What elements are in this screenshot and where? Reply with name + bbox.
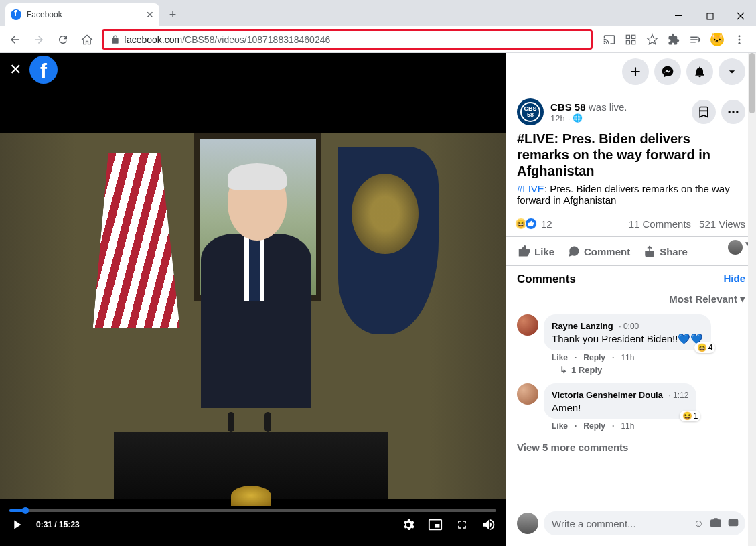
post-menu-button[interactable] bbox=[721, 100, 745, 124]
post-action-bar: Like Comment Share ▼ bbox=[506, 237, 756, 266]
close-tab-icon[interactable]: ✕ bbox=[146, 9, 154, 20]
notifications-button[interactable] bbox=[686, 58, 713, 85]
create-button[interactable] bbox=[622, 58, 649, 85]
like-button[interactable]: Like bbox=[512, 240, 561, 263]
comment-button[interactable]: Comment bbox=[561, 240, 637, 263]
share-button[interactable]: Share bbox=[637, 240, 694, 263]
messenger-button[interactable] bbox=[654, 58, 681, 85]
facebook-logo[interactable] bbox=[29, 56, 58, 84]
view-more-comments-link[interactable]: View 5 more comments bbox=[506, 436, 756, 458]
comment-sort-dropdown[interactable]: Most Relevant ▾ bbox=[506, 290, 756, 312]
emoji-icon[interactable]: ☺ bbox=[694, 517, 704, 530]
post-timestamp[interactable]: 12h · 🌐 bbox=[550, 113, 685, 123]
comment-like-link[interactable]: Like bbox=[552, 421, 568, 431]
cast-icon[interactable] bbox=[603, 33, 615, 46]
extensions-puzzle-icon[interactable] bbox=[668, 33, 680, 46]
tab-title: Facebook bbox=[27, 10, 141, 19]
facebook-favicon bbox=[11, 9, 21, 20]
window-controls bbox=[664, 6, 756, 26]
comment-input[interactable]: Write a comment... ☺ bbox=[544, 511, 745, 535]
url-path: /CBS58/videos/1087188318460246 bbox=[182, 34, 330, 45]
globe-icon: 🌐 bbox=[573, 113, 583, 123]
post-status: was live. bbox=[589, 101, 627, 113]
reading-list-icon[interactable] bbox=[689, 33, 701, 46]
comment-age[interactable]: 11h bbox=[621, 353, 634, 362]
hashtag-link[interactable]: #LIVE bbox=[517, 183, 544, 194]
comment-reaction-badge[interactable]: 😆1 bbox=[680, 411, 701, 421]
reload-button[interactable] bbox=[54, 30, 72, 49]
extension-badge-icon[interactable]: 🐱 bbox=[710, 33, 724, 46]
video-viewport[interactable] bbox=[0, 53, 506, 546]
reaction-icons[interactable]: 😆 bbox=[517, 218, 537, 230]
comment-video-timestamp[interactable]: · 0:00 bbox=[619, 322, 639, 331]
content-area: ✕ bbox=[0, 53, 756, 546]
back-button[interactable] bbox=[5, 30, 24, 49]
commenter-avatar[interactable] bbox=[517, 314, 538, 336]
commenter-avatar[interactable] bbox=[517, 383, 538, 405]
maximize-button[interactable] bbox=[694, 6, 725, 26]
page-avatar[interactable]: CBS58 bbox=[517, 98, 544, 125]
comment-item: Victoria Gensheimer Doula · 1:12 Amen! 😆… bbox=[506, 381, 756, 436]
comment-count[interactable]: 11 Comments bbox=[629, 218, 691, 230]
comment-reply-link[interactable]: Reply bbox=[583, 421, 605, 431]
svg-point-7 bbox=[739, 38, 741, 40]
page-name-link[interactable]: CBS 58 bbox=[550, 101, 586, 113]
close-window-button[interactable] bbox=[725, 6, 756, 26]
svg-rect-2 bbox=[626, 35, 629, 38]
url-domain: facebook.com bbox=[124, 34, 182, 45]
comment-reaction-badge[interactable]: 😆4 bbox=[694, 342, 716, 353]
facebook-top-nav bbox=[506, 53, 756, 90]
play-button[interactable] bbox=[9, 517, 24, 532]
forward-button[interactable] bbox=[29, 30, 48, 49]
gif-icon[interactable] bbox=[728, 517, 739, 530]
toolbar-extension-area: 🐱 bbox=[598, 33, 751, 46]
comment-like-link[interactable]: Like bbox=[552, 353, 568, 362]
comment-item: Rayne Lanzing · 0:00 Thank you President… bbox=[506, 312, 756, 381]
minimize-button[interactable] bbox=[664, 6, 694, 26]
comment-text: Amen! bbox=[552, 402, 688, 413]
comment-video-timestamp[interactable]: · 1:12 bbox=[668, 391, 688, 400]
svg-rect-0 bbox=[675, 15, 682, 16]
hide-comments-link[interactable]: Hide bbox=[723, 273, 745, 286]
address-bar[interactable]: facebook.com/CBS58/videos/10871883184602… bbox=[102, 29, 593, 50]
extension-grid-icon[interactable] bbox=[625, 33, 637, 46]
view-replies-toggle[interactable]: ↳ 1 Reply bbox=[544, 362, 745, 375]
svg-rect-3 bbox=[632, 35, 635, 38]
close-player-icon[interactable]: ✕ bbox=[9, 61, 21, 78]
chevron-down-icon: ▾ bbox=[740, 293, 745, 305]
browser-toolbar: facebook.com/CBS58/videos/10871883184602… bbox=[0, 26, 756, 53]
reaction-count[interactable]: 12 bbox=[541, 218, 552, 230]
post-header: CBS58 CBS 58 was live. 12h · 🌐 #LIVE: Pr… bbox=[506, 90, 756, 211]
camera-icon[interactable] bbox=[710, 517, 721, 530]
svg-point-12 bbox=[736, 111, 738, 113]
svg-rect-4 bbox=[626, 40, 629, 44]
volume-icon[interactable] bbox=[481, 517, 496, 532]
svg-rect-14 bbox=[729, 519, 737, 525]
share-as-avatar[interactable] bbox=[728, 240, 743, 255]
home-button[interactable] bbox=[78, 30, 96, 49]
commenter-name[interactable]: Rayne Lanzing bbox=[552, 321, 613, 331]
account-dropdown-button[interactable] bbox=[719, 58, 745, 85]
video-seek-bar[interactable] bbox=[9, 509, 496, 512]
vertical-scrollbar[interactable] bbox=[748, 53, 756, 546]
my-avatar[interactable] bbox=[517, 513, 538, 534]
commenter-name[interactable]: Victoria Gensheimer Doula bbox=[552, 390, 663, 400]
svg-point-10 bbox=[729, 111, 731, 113]
settings-gear-icon[interactable] bbox=[401, 517, 416, 532]
pip-icon[interactable] bbox=[428, 517, 443, 532]
like-reaction-icon bbox=[525, 218, 537, 230]
comment-reply-link[interactable]: Reply bbox=[583, 353, 605, 362]
bookmark-star-icon[interactable] bbox=[646, 33, 658, 46]
comment-text: Thank you President Biden!!💙💙 bbox=[552, 333, 703, 345]
player-controls: 0:31 / 15:23 bbox=[0, 509, 506, 546]
video-sidebar: CBS58 CBS 58 was live. 12h · 🌐 #LIVE: Pr… bbox=[506, 53, 756, 546]
svg-rect-9 bbox=[699, 111, 708, 112]
comment-age[interactable]: 11h bbox=[621, 421, 634, 431]
fullscreen-icon[interactable] bbox=[455, 517, 469, 532]
save-video-button[interactable] bbox=[692, 100, 716, 124]
browser-tab-active[interactable]: Facebook ✕ bbox=[5, 3, 159, 26]
browser-tab-strip: Facebook ✕ + bbox=[0, 0, 756, 26]
browser-menu-icon[interactable] bbox=[733, 33, 745, 46]
comment-bubble: Rayne Lanzing · 0:00 Thank you President… bbox=[544, 314, 711, 350]
new-tab-button[interactable]: + bbox=[163, 5, 182, 24]
